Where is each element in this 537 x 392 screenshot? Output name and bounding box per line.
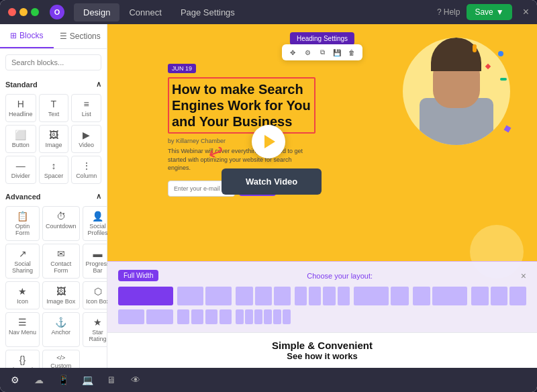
- sidebar-item-list[interactable]: ≡ List: [71, 94, 101, 122]
- confetti-5: [504, 126, 511, 133]
- heading-settings-label: Heading Settings: [290, 32, 354, 45]
- layout-panel: Full Width Choose your layout: ×: [107, 261, 537, 332]
- search-input[interactable]: [5, 54, 101, 70]
- title-bar-right: ? Help Save ▼ ×: [437, 4, 529, 20]
- sidebar-item-headline[interactable]: H Headline: [5, 94, 36, 122]
- advanced-items-grid: 📋 Optin Form ⏱ Countdown 👤 Social Profil…: [0, 202, 107, 368]
- bottom-bar: ⚙ ☁ 📱 💻 🖥 👁: [0, 368, 537, 392]
- sidebar-tab-sections[interactable]: ☰ Sections: [54, 24, 107, 48]
- close-button[interactable]: ×: [523, 6, 529, 18]
- layout-option-4col[interactable]: [295, 287, 350, 305]
- canvas-inner[interactable]: Heading Settings ✥ ⚙ ⧉ 💾 🗑 JUN 19 How to…: [107, 24, 537, 332]
- sidebar-item-image-box[interactable]: 🖼 Image Box: [42, 281, 80, 309]
- spacer-icon: ↕: [51, 160, 56, 171]
- anchor-icon: ⚓: [55, 317, 66, 328]
- toolbar-delete-icon[interactable]: 🗑: [346, 47, 357, 58]
- sidebar-item-divider[interactable]: — Divider: [5, 156, 36, 184]
- sidebar-item-video[interactable]: ▶ Video: [71, 125, 101, 153]
- play-button-area[interactable]: [252, 125, 285, 158]
- toolbar-move-icon[interactable]: ✥: [287, 47, 298, 58]
- minimize-control[interactable]: [19, 8, 28, 16]
- bottom-text-sub: See how it works: [114, 351, 530, 361]
- block-toolbar: ✥ ⚙ ⧉ 💾 🗑: [282, 44, 362, 60]
- layout-option-1col[interactable]: [118, 287, 173, 305]
- sidebar-item-shortcode[interactable]: {} Shortcode: [5, 350, 40, 368]
- layout-option-3col[interactable]: [236, 287, 291, 305]
- layout-option-2-1col[interactable]: [354, 287, 409, 305]
- sidebar-item-optin-form[interactable]: 📋 Optin Form: [5, 206, 40, 241]
- optin-form-icon: 📋: [17, 211, 28, 222]
- column-icon: ⋮: [82, 160, 91, 171]
- countdown-icon: ⏱: [56, 211, 66, 222]
- sidebar: ⊞ Blocks ☰ Sections Standard ∧ H: [0, 24, 107, 368]
- layout-option-1-2col[interactable]: [413, 287, 468, 305]
- contact-form-icon: ✉: [57, 248, 65, 259]
- sidebar-item-nav-menu[interactable]: ☰ Nav Menu: [5, 312, 40, 347]
- advanced-section-header: Advanced ∧: [0, 188, 107, 202]
- sidebar-item-custom-html[interactable]: </> Custom HTML: [42, 350, 80, 368]
- date-badge: JUN 19: [168, 64, 196, 73]
- play-circle[interactable]: [252, 125, 285, 158]
- bottom-text-main: Simple & Convenient: [114, 340, 530, 351]
- standard-section-header: Standard ∧: [0, 76, 107, 90]
- bottom-cloud-icon[interactable]: ☁: [32, 373, 46, 387]
- layout-option-6col[interactable]: [236, 309, 291, 324]
- nav-tab-connect[interactable]: Connect: [119, 3, 170, 21]
- sidebar-item-button[interactable]: ⬜ Button: [5, 125, 36, 153]
- sidebar-item-column[interactable]: ⋮ Column: [71, 156, 101, 184]
- layout-options-row2: [118, 309, 526, 324]
- confetti-1: [498, 51, 503, 56]
- app-logo: O: [50, 5, 64, 19]
- bottom-settings-icon[interactable]: ⚙: [8, 373, 21, 387]
- maximize-control[interactable]: [31, 8, 39, 16]
- save-button[interactable]: Save ▼: [467, 4, 511, 20]
- bottom-tablet-icon[interactable]: 💻: [81, 373, 94, 387]
- progress-bar-icon: ▬: [93, 248, 103, 259]
- social-profiles-icon: 👤: [92, 211, 103, 222]
- video-icon: ▶: [83, 130, 90, 140]
- help-button[interactable]: ? Help: [437, 7, 460, 17]
- bottom-preview-icon[interactable]: 👁: [129, 373, 142, 387]
- bottom-desktop-icon[interactable]: 🖥: [105, 373, 118, 387]
- main-heading[interactable]: How to make Search Engines Work for You …: [168, 77, 315, 134]
- play-triangle-icon: [264, 135, 275, 148]
- sidebar-item-countdown[interactable]: ⏱ Countdown: [42, 206, 80, 241]
- window-controls: [8, 8, 39, 16]
- app-window: O Design Connect Page Settings ? Help Sa…: [0, 0, 537, 392]
- sidebar-item-contact-form[interactable]: ✉ Contact Form: [42, 244, 80, 279]
- sidebar-item-anchor[interactable]: ⚓ Anchor: [42, 312, 80, 347]
- image-box-icon: 🖼: [56, 286, 66, 297]
- layout-option-2col[interactable]: [177, 287, 232, 305]
- bottom-text-area: Simple & Convenient See how it works: [107, 332, 537, 368]
- toolbar-duplicate-icon[interactable]: ⧉: [317, 47, 328, 58]
- sidebar-item-icon[interactable]: ★ Icon: [5, 281, 40, 309]
- layout-option-2col-b[interactable]: [118, 309, 173, 324]
- close-panel-button[interactable]: ×: [521, 271, 526, 281]
- person-image-area: [403, 38, 510, 172]
- confetti-4: [473, 44, 477, 52]
- sidebar-item-image[interactable]: 🖼 Image: [39, 125, 69, 153]
- main-layout: ⊞ Blocks ☰ Sections Standard ∧ H: [0, 24, 537, 368]
- watch-video-button[interactable]: Watch Video: [222, 168, 322, 195]
- nav-tab-page-settings[interactable]: Page Settings: [171, 3, 244, 21]
- shortcode-icon: {}: [19, 354, 26, 365]
- sidebar-item-social-sharing[interactable]: ↗ Social Sharing: [5, 244, 40, 279]
- canvas: Heading Settings ✥ ⚙ ⧉ 💾 🗑 JUN 19 How to…: [107, 24, 537, 368]
- author-text: by Killarney Chamber: [168, 138, 315, 144]
- text-icon: T: [51, 99, 57, 109]
- full-width-badge[interactable]: Full Width: [118, 270, 158, 281]
- sidebar-item-text[interactable]: T Text: [39, 94, 69, 122]
- custom-html-icon: </>: [56, 354, 65, 361]
- toolbar-settings-icon[interactable]: ⚙: [302, 47, 313, 58]
- sidebar-tab-blocks[interactable]: ⊞ Blocks: [0, 24, 54, 48]
- nav-tab-design[interactable]: Design: [74, 3, 119, 21]
- sidebar-item-spacer[interactable]: ↕ Spacer: [39, 156, 69, 184]
- sidebar-search-area: [0, 49, 107, 76]
- toolbar-save-icon[interactable]: 💾: [332, 47, 342, 58]
- bottom-mobile-icon[interactable]: 📱: [56, 373, 70, 387]
- layout-option-thirds[interactable]: [471, 287, 526, 305]
- list-icon: ≡: [84, 99, 89, 109]
- layout-option-4col-b[interactable]: [177, 309, 232, 324]
- close-control[interactable]: [8, 8, 16, 16]
- star-rating-icon: ★: [93, 317, 102, 328]
